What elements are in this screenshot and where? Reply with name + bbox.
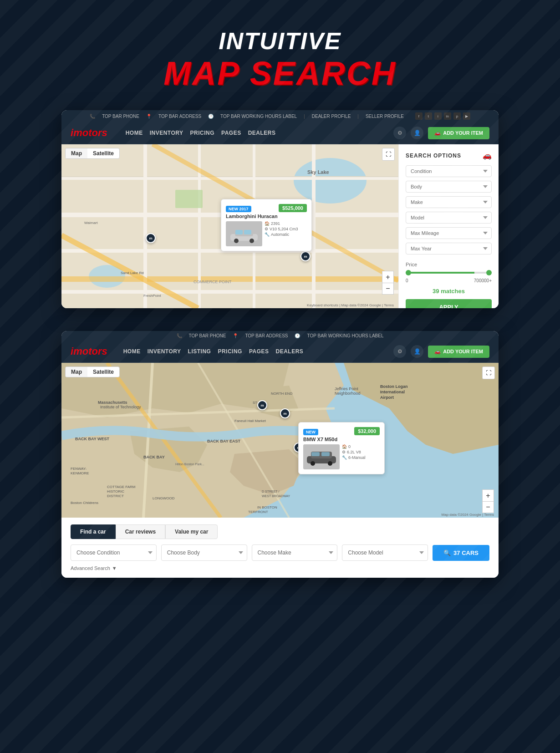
tab-value-my-car[interactable]: Value my car [165, 524, 218, 539]
map-marker-1[interactable]: m [146, 233, 156, 243]
topbar-address-2: TOP BAR ADDRESS [245, 333, 288, 338]
nav-home[interactable]: HOME [126, 130, 143, 136]
popup-engine-2: ⚙ 6.2L V8 [342, 450, 366, 454]
zoom-in-button-2[interactable]: + [482, 489, 494, 501]
topbar-seller: SELLER PROFILE [366, 114, 404, 119]
separator2: | [357, 114, 359, 119]
map-marker-2[interactable]: m [300, 251, 311, 261]
nav-pages[interactable]: PAGES [221, 130, 241, 136]
hero-section: INTUITIVE MAP SEARCH [163, 27, 396, 92]
svg-text:NORTH END: NORTH END [271, 392, 293, 396]
popup-price-2: $32,000 [354, 427, 380, 435]
address-icon-2: 📍 [233, 333, 238, 338]
svg-text:Jeffries Point: Jeffries Point [335, 387, 358, 391]
nav2-inventory[interactable]: INVENTORY [148, 348, 181, 355]
body-select-2[interactable]: Choose Body SUV Sedan [161, 544, 247, 561]
tab-car-reviews[interactable]: Car reviews [116, 524, 165, 539]
topbar-address: TOP BAR ADDRESS [158, 114, 201, 119]
map-tab-map[interactable]: Map [66, 148, 87, 158]
topbar-dealer: DEALER PROFILE [312, 114, 351, 119]
popup-price-1: $525,000 [279, 204, 307, 212]
svg-text:KENMORE: KENMORE [71, 471, 89, 475]
popup-mileage: 🏠 2391 [265, 221, 298, 226]
map-marker-boston-1[interactable]: m [257, 400, 267, 410]
nav-dealers[interactable]: DEALERS [248, 130, 276, 136]
nav2-listing[interactable]: LISTING [188, 348, 211, 355]
svg-text:Sand Lake Rd: Sand Lake Rd [121, 271, 144, 275]
nav-bar-1: imotors HOME INVENTORY PRICING PAGES DEA… [61, 122, 499, 144]
add-item-button-1[interactable]: 🚗 ADD YOUR ITEM [428, 127, 489, 139]
map-tab-satellite-2[interactable]: Satellite [87, 367, 119, 377]
nav-logo-1: imotors [71, 127, 107, 139]
car-image-2 [303, 444, 340, 469]
facebook-icon[interactable]: f [415, 112, 423, 120]
linkedin-icon[interactable]: in [444, 112, 451, 120]
pinterest-icon[interactable]: p [453, 112, 461, 120]
map-container-1: Sky Lake Sand Lake Rd COMMERCE POINT Wal… [61, 144, 499, 308]
nav2-pricing[interactable]: PRICING [218, 348, 242, 355]
map-tab-satellite[interactable]: Satellite [87, 148, 119, 158]
map-area-1: Sky Lake Sand Lake Rd COMMERCE POINT Wal… [61, 144, 398, 308]
twitter-icon[interactable]: t [425, 112, 432, 120]
bottom-search-bar: Find a car Car reviews Value my car Choo… [61, 518, 499, 578]
car-popup-1: NEW 2017 Lamborghini Huracan $525,000 [221, 199, 312, 251]
youtube-icon[interactable]: ▶ [463, 112, 470, 120]
car-icon: 🚗 [434, 130, 441, 136]
map-area-2: Massachusetts Institute of Technology BA… [61, 363, 499, 518]
address-icon: 📍 [146, 114, 152, 119]
popup-badge-1: NEW 2017 [226, 206, 251, 212]
nav-logo-2: imotors [71, 346, 107, 357]
user-icon[interactable]: 👤 [411, 127, 423, 139]
zoom-controls-2: + − [482, 489, 494, 513]
fullscreen-button-1[interactable]: ⛶ [382, 148, 395, 161]
settings-icon-2[interactable]: ⚙ [393, 345, 406, 358]
map-tab-map-2[interactable]: Map [66, 367, 87, 377]
topbar-hours-2: TOP BAR WORKING HOURS LABEL [307, 333, 383, 338]
svg-text:COMMERCE POINT: COMMERCE POINT [193, 280, 232, 284]
settings-icon[interactable]: ⚙ [393, 127, 406, 139]
svg-text:LONGWOOD: LONGWOOD [153, 496, 175, 500]
zoom-in-button-1[interactable]: + [382, 271, 394, 283]
zoom-out-button-1[interactable]: − [382, 283, 394, 295]
search-options-title: SEARCH OPTIONS [406, 153, 461, 159]
tab-find-car[interactable]: Find a car [71, 524, 116, 539]
nav2-home[interactable]: HOME [123, 348, 141, 355]
max-year-select[interactable]: Max Year [406, 243, 492, 254]
svg-point-72 [328, 461, 332, 466]
price-slider[interactable] [406, 272, 492, 274]
zoom-out-button-2[interactable]: − [482, 501, 494, 513]
advanced-search-link[interactable]: Advanced Search ▼ [71, 565, 489, 571]
hours-icon: 🕐 [208, 114, 214, 119]
map-marker-boston-2[interactable]: m [280, 408, 290, 418]
nav-pricing[interactable]: PRICING [190, 130, 215, 136]
body-select[interactable]: Body SUV Sedan [406, 181, 492, 193]
car-image-1 [226, 221, 262, 246]
model-select-2[interactable]: Choose Model [342, 544, 428, 561]
nav-inventory[interactable]: INVENTORY [150, 130, 183, 136]
advanced-search-anchor[interactable]: Advanced Search ▼ [71, 565, 489, 571]
condition-select-2[interactable]: Choose Condition New Used [71, 544, 157, 561]
user-icon-2[interactable]: 👤 [411, 345, 423, 358]
svg-text:HISTORIC: HISTORIC [107, 489, 124, 494]
svg-rect-12 [312, 144, 316, 308]
make-select[interactable]: Make BMW Toyota [406, 196, 492, 208]
make-select-2[interactable]: Choose Make BMW Toyota [252, 544, 338, 561]
phone-icon: 📞 [90, 114, 95, 119]
model-select[interactable]: Model [406, 212, 492, 224]
search-button-2[interactable]: 🔍 37 CARS [433, 545, 489, 561]
map-attribution-2: Map data ©2024 Google | Terms [442, 513, 494, 517]
fullscreen-button-2[interactable]: ⛶ [482, 366, 495, 379]
instagram-icon[interactable]: i [434, 112, 442, 120]
hours-icon-2: 🕐 [295, 333, 300, 338]
price-max: 700000+ [474, 278, 492, 283]
nav2-pages[interactable]: PAGES [249, 348, 269, 355]
topbar-hours: TOP BAR WORKING HOURS LABEL [220, 114, 297, 119]
apply-button[interactable]: APPLY [406, 299, 492, 308]
popup-transmission-2: 🔧 6-Manual [342, 455, 366, 460]
add-item-button-2[interactable]: 🚗 ADD YOUR ITEM [428, 346, 489, 358]
condition-select[interactable]: Condition New Used [406, 165, 492, 177]
nav2-dealers[interactable]: DEALERS [276, 348, 304, 355]
max-mileage-select[interactable]: Max Mileage [406, 227, 492, 239]
svg-rect-27 [235, 230, 243, 234]
search-selects: Choose Condition New Used Choose Body SU… [71, 544, 489, 561]
